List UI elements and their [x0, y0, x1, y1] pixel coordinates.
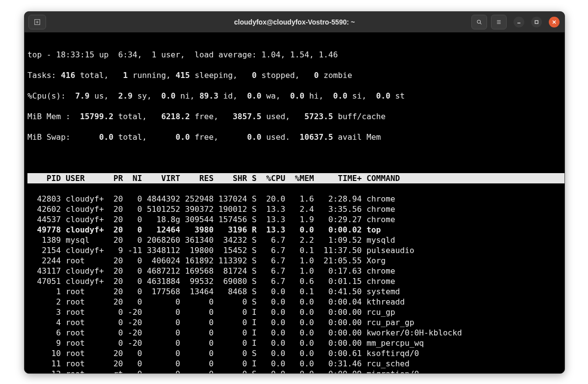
- process-row: 12 root rt 0 0 0 0 S 0.0 0.0 0:00.09 mig…: [27, 369, 564, 374]
- process-row: 3 root 0 -20 0 0 0 I 0.0 0.0 0:00.00 rcu…: [27, 307, 564, 317]
- terminal-window: cloudyfox@cloudyfox-Vostro-5590: ~: [24, 11, 565, 374]
- process-row: 10 root 20 0 0 0 0 S 0.0 0.0 0:00.61 kso…: [27, 348, 564, 358]
- process-row: 49778 cloudyf+ 20 0 12464 3980 3196 R 13…: [27, 225, 564, 235]
- minimize-icon: [516, 19, 522, 25]
- top-summary-mem: MiB Mem : 15799.2 total, 6218.2 free, 38…: [27, 111, 564, 122]
- hamburger-icon: [496, 19, 502, 25]
- svg-rect-9: [535, 21, 538, 24]
- process-row: 43117 cloudyf+ 20 0 4687212 169568 81724…: [27, 266, 564, 276]
- process-row: 47051 cloudyf+ 20 0 4631884 99532 69080 …: [27, 276, 564, 286]
- process-table-header: PID USER PR NI VIRT RES SHR S %CPU %MEM …: [27, 173, 564, 183]
- process-row: 11 root 20 0 0 0 0 I 0.0 0.0 0:31.46 rcu…: [27, 358, 564, 369]
- process-row: 6 root 0 -20 0 0 0 I 0.0 0.0 0:00.00 kwo…: [27, 328, 564, 338]
- process-row: 2244 root 20 0 406024 161892 113392 S 6.…: [27, 256, 564, 266]
- svg-line-4: [480, 23, 482, 25]
- maximize-button[interactable]: [531, 17, 542, 27]
- menu-button[interactable]: [491, 15, 507, 29]
- process-row: 44537 cloudyf+ 20 0 18.8g 309544 157456 …: [27, 214, 564, 225]
- top-summary-tasks: Tasks: 416 total, 1 running, 415 sleepin…: [27, 70, 564, 80]
- search-button[interactable]: [471, 15, 487, 29]
- process-row: 1 root 20 0 177568 13464 8468 S 0.0 0.1 …: [27, 286, 564, 297]
- process-row: 42602 cloudyf+ 20 0 5101252 390372 19001…: [27, 204, 564, 214]
- top-summary-line-1: top - 18:33:15 up 6:34, 1 user, load ave…: [27, 50, 564, 60]
- search-icon: [476, 19, 482, 25]
- process-table-body: 42803 cloudyf+ 20 0 4844392 252948 13702…: [27, 194, 564, 374]
- process-row: 2 root 20 0 0 0 0 S 0.0 0.0 0:00.04 kthr…: [27, 297, 564, 307]
- blank-line: [27, 153, 564, 163]
- terminal-body[interactable]: top - 18:33:15 up 6:34, 1 user, load ave…: [24, 32, 564, 373]
- close-icon: [551, 19, 557, 25]
- process-row: 4 root 0 -20 0 0 0 I 0.0 0.0 0:00.00 rcu…: [27, 317, 564, 328]
- process-row: 9 root 0 -20 0 0 0 I 0.0 0.0 0:00.00 mm_…: [27, 338, 564, 348]
- maximize-icon: [534, 19, 539, 25]
- process-row: 2154 cloudyf+ 9 -11 3348112 19800 15452 …: [27, 245, 564, 256]
- process-row: 42803 cloudyf+ 20 0 4844392 252948 13702…: [27, 194, 564, 204]
- minimize-button[interactable]: [514, 17, 524, 27]
- titlebar: cloudyfox@cloudyfox-Vostro-5590: ~: [24, 12, 564, 33]
- top-summary-cpu: %Cpu(s): 7.9 us, 2.9 sy, 0.0 ni, 89.3 id…: [27, 91, 564, 101]
- top-summary-swap: MiB Swap: 0.0 total, 0.0 free, 0.0 used.…: [27, 132, 564, 142]
- new-tab-icon: [34, 19, 41, 26]
- new-tab-button[interactable]: [28, 15, 46, 29]
- process-row: 1389 mysql 20 0 2068260 361340 34232 S 6…: [27, 235, 564, 245]
- svg-point-3: [477, 20, 480, 23]
- close-button[interactable]: [549, 17, 560, 27]
